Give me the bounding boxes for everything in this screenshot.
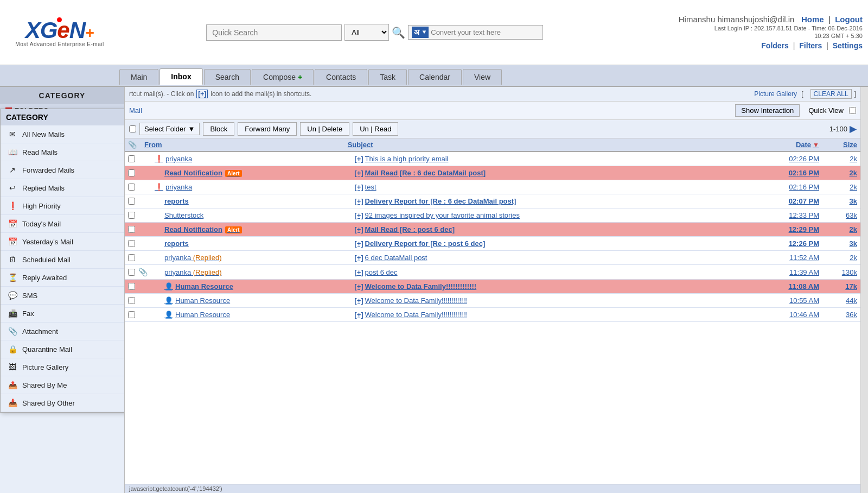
add-shortcut-icon[interactable]: [+]: [354, 282, 363, 290]
email-checkbox[interactable]: [128, 198, 135, 205]
table-row[interactable]: 📎 priyanka (Replied) [+]post 6 dec 11:39…: [125, 265, 860, 280]
sidebar-item-replied-mails[interactable]: ↩Replied Mails: [1, 179, 125, 197]
add-shortcut-icon[interactable]: [+]: [354, 296, 363, 305]
table-row[interactable]: 👤Human Resource [+]Welcome to Data Famil…: [125, 294, 860, 308]
tab-calendar[interactable]: Calendar: [408, 69, 462, 85]
tab-main[interactable]: Main: [119, 69, 158, 85]
tab-inbox[interactable]: Inbox: [159, 68, 202, 85]
email-from: ❗priyanka: [155, 155, 354, 163]
email-checkbox[interactable]: [128, 169, 135, 176]
clear-all-link[interactable]: CLEAR ALL: [810, 89, 852, 99]
add-shortcut-icon[interactable]: [+]: [354, 254, 363, 262]
email-subject: [+]Delivery Report for [Re : 6 dec DataM…: [354, 197, 754, 205]
sidebar-item-yesterdays-mail[interactable]: 📅Yesterday's Mail: [1, 233, 125, 251]
table-row[interactable]: reports [+]Delivery Report for [Re : pos…: [125, 237, 860, 251]
block-button[interactable]: Block: [203, 122, 234, 136]
add-shortcut-icon[interactable]: [+]: [354, 268, 363, 276]
add-shortcut-icon[interactable]: [+]: [354, 225, 363, 233]
table-row[interactable]: priyanka (Replied) [+]6 dec DataMail pos…: [125, 251, 860, 265]
table-row[interactable]: Shutterstock [+]92 images inspired by yo…: [125, 208, 860, 223]
mail-link[interactable]: Mail: [129, 106, 142, 115]
search-filter-select[interactable]: All From Subject Body: [344, 24, 389, 41]
col-date-header[interactable]: Date ▼: [754, 141, 819, 149]
sidebar-item-scheduled-mail[interactable]: 🗓Scheduled Mail: [1, 251, 125, 269]
email-checkbox[interactable]: [128, 212, 135, 219]
un-delete-button[interactable]: Un | Delete: [300, 122, 349, 136]
email-checkbox[interactable]: [128, 155, 135, 162]
cat-item-label: SMS: [22, 292, 37, 300]
search-area: All From Subject Body 🔍 अ ▾: [206, 24, 586, 41]
email-subject: [+]Welcome to Data Family!!!!!!!!!!!!!: [354, 311, 754, 319]
col-subject-header[interactable]: Subject: [348, 141, 754, 149]
hr-icon: 👤: [164, 282, 173, 290]
scrollbar[interactable]: [860, 87, 868, 493]
un-read-button[interactable]: Un | Read: [353, 122, 398, 136]
sidebar-item-shared-by-other[interactable]: 📥Shared By Other: [1, 394, 125, 412]
logout-link[interactable]: Logout: [835, 15, 863, 24]
table-row[interactable]: Read NotificationAlert [+]Mail Read [Re …: [125, 223, 860, 237]
sidebar-item-fax[interactable]: 📠Fax: [1, 305, 125, 323]
tab-task[interactable]: Task: [368, 69, 407, 85]
add-shortcut-icon[interactable]: [+]: [354, 197, 363, 205]
select-all-checkbox[interactable]: [129, 125, 136, 132]
email-checkbox[interactable]: [128, 297, 135, 304]
sidebar-item-forwarded-mails[interactable]: ↗Forwarded Mails: [1, 161, 125, 179]
tab-contacts[interactable]: Contacts: [315, 69, 367, 85]
home-link[interactable]: Home: [801, 15, 824, 24]
sidebar-item-all-new-mails[interactable]: ✉All New Mails: [1, 125, 125, 143]
add-shortcut-icon[interactable]: [+]: [354, 311, 363, 319]
filters-link[interactable]: Filters: [799, 41, 822, 50]
sidebar-item-sms[interactable]: 💬SMS: [1, 287, 125, 305]
table-row[interactable]: Read NotificationAlert [+]Mail Read [Re …: [125, 166, 860, 180]
sidebar-item-quarantine-mail[interactable]: 🔒Quarantine Mail: [1, 340, 125, 358]
tab-search[interactable]: Search: [204, 69, 251, 85]
email-checkbox[interactable]: [128, 311, 135, 318]
sidebar-item-read-mails[interactable]: 📖Read Mails: [1, 143, 125, 161]
email-checkbox[interactable]: [128, 226, 135, 233]
forward-many-button[interactable]: Forward Many: [238, 122, 297, 136]
translate-button[interactable]: अ ▾: [412, 27, 429, 38]
tab-view[interactable]: View: [463, 69, 502, 85]
show-interaction-button[interactable]: Show Interaction: [735, 104, 800, 117]
sidebar-item-todays-mail[interactable]: 📅Today's Mail: [1, 215, 125, 233]
tab-compose[interactable]: Compose +: [252, 69, 314, 85]
sidebar-item-attachment[interactable]: 📎Attachment: [1, 323, 125, 340]
add-shortcut-icon[interactable]: [+]: [354, 169, 363, 177]
user-info: Himanshu himanshujoshi@dil.in Home | Log…: [679, 15, 863, 24]
search-input[interactable]: [206, 24, 342, 41]
email-checkbox[interactable]: [128, 269, 135, 276]
table-row[interactable]: ❗priyanka [+]This is a high priority ema…: [125, 152, 860, 166]
email-subject: [+]Mail Read [Re : 6 dec DataMail post]: [354, 169, 754, 177]
picture-gallery-link[interactable]: Picture Gallery: [754, 90, 797, 98]
email-checkbox[interactable]: [128, 240, 135, 247]
email-checkbox[interactable]: [128, 254, 135, 261]
col-size-header[interactable]: Size: [819, 141, 857, 149]
next-page-button[interactable]: ▶: [850, 124, 856, 134]
translate-input[interactable]: [431, 28, 539, 36]
add-shortcut-icon[interactable]: [+]: [354, 239, 363, 248]
quick-view-checkbox[interactable]: [849, 107, 856, 114]
folders-link[interactable]: Folders: [761, 41, 789, 50]
add-shortcut-icon[interactable]: [+]: [354, 211, 363, 219]
sidebar-item-reply-awaited[interactable]: ⏳Reply Awaited: [1, 269, 125, 287]
table-row[interactable]: 👤Human Resource [+]Welcome to Data Famil…: [125, 280, 860, 294]
add-shortcut-icon[interactable]: [+]: [354, 155, 363, 163]
email-from: 👤Human Resource: [155, 282, 354, 290]
shortcut-suffix: icon to add the mail(s) in shortcuts.: [210, 90, 311, 98]
sidebar-item-picture-gallery[interactable]: 🖼Picture Gallery: [1, 358, 125, 376]
sidebar-item-high-priority[interactable]: ❗High Priority: [1, 197, 125, 215]
email-date: 12:33 PM: [754, 211, 819, 219]
table-row[interactable]: reports [+]Delivery Report for [Re : 6 d…: [125, 194, 860, 208]
table-row[interactable]: 👤Human Resource [+]Welcome to Data Famil…: [125, 308, 860, 322]
search-button[interactable]: 🔍: [392, 26, 405, 39]
settings-link[interactable]: Settings: [833, 41, 863, 50]
sidebar-item-shared-by-me[interactable]: 📤Shared By Me: [1, 376, 125, 394]
col-from-header[interactable]: From: [144, 141, 348, 149]
main-layout: CATEGORY FOLDERS CATEGORY ✕ ✉All New Mai…: [0, 87, 868, 493]
email-checkbox[interactable]: [128, 283, 135, 290]
table-row[interactable]: ❗priyanka [+]test 02:16 PM 2k: [125, 180, 860, 194]
add-shortcut-icon[interactable]: [+]: [354, 183, 363, 191]
email-subject: [+]6 dec DataMail post: [354, 254, 754, 262]
select-folder-button[interactable]: Select Folder ▼: [139, 123, 200, 135]
email-checkbox[interactable]: [128, 184, 135, 191]
